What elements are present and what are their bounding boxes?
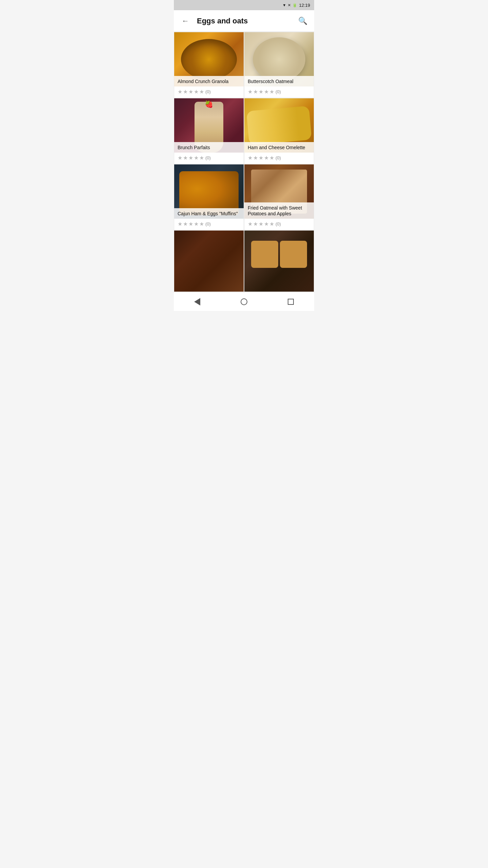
recipe-name: Almond Crunch Granola bbox=[178, 79, 240, 84]
recipe-rating-row: ★ ★ ★ ★ ★ (0) bbox=[174, 219, 244, 230]
recipe-name: Fried Oatmeal with Sweet Potatoes and Ap… bbox=[248, 205, 310, 217]
star-5: ★ bbox=[269, 88, 274, 95]
star-3: ★ bbox=[188, 155, 193, 161]
star-3: ★ bbox=[188, 221, 193, 227]
recipe-image: Ham and Cheese Omelette bbox=[244, 98, 314, 153]
status-time: 12:19 bbox=[299, 3, 310, 8]
recipe-image: Almond Crunch Granola bbox=[174, 32, 244, 86]
bottom-navigation bbox=[174, 292, 314, 311]
star-1: ★ bbox=[178, 155, 182, 161]
star-4: ★ bbox=[264, 88, 269, 95]
wifi-icon: ▼ bbox=[283, 3, 286, 7]
star-rating: ★ ★ ★ ★ ★ bbox=[178, 88, 204, 95]
recipe-rating-row: ★ ★ ★ ★ ★ (0) bbox=[244, 86, 314, 98]
recipe-image bbox=[174, 231, 244, 292]
star-3: ★ bbox=[188, 88, 193, 95]
star-rating: ★ ★ ★ ★ ★ bbox=[248, 88, 274, 95]
recipe-label-overlay: Butterscotch Oatmeal bbox=[244, 76, 314, 86]
recipe-rating-row: ★ ★ ★ ★ ★ (0) bbox=[244, 153, 314, 164]
recipe-label-overlay: Brunch Parfaits bbox=[174, 142, 244, 153]
star-2: ★ bbox=[183, 221, 188, 227]
back-button[interactable]: ← bbox=[179, 15, 191, 27]
recipe-rating-row: ★ ★ ★ ★ ★ (0) bbox=[244, 219, 314, 230]
star-2: ★ bbox=[253, 221, 258, 227]
star-4: ★ bbox=[194, 221, 199, 227]
star-rating: ★ ★ ★ ★ ★ bbox=[178, 155, 204, 161]
recipe-name: Ham and Cheese Omelette bbox=[248, 145, 310, 151]
rating-count: (0) bbox=[276, 155, 281, 160]
star-rating: ★ ★ ★ ★ ★ bbox=[248, 155, 274, 161]
star-1: ★ bbox=[178, 221, 182, 227]
food-photo bbox=[244, 231, 314, 292]
recipe-card-cajun-ham-eggs-muffins[interactable]: Cajun Ham & Eggs "Muffins" ★ ★ ★ ★ ★ (0) bbox=[174, 164, 244, 230]
star-1: ★ bbox=[178, 88, 182, 95]
page-title: Eggs and oats bbox=[197, 17, 297, 25]
status-icons: ▼ ✕ 🔋 12:19 bbox=[283, 3, 310, 8]
nav-back-button[interactable] bbox=[190, 294, 205, 309]
recipe-name: Brunch Parfaits bbox=[178, 145, 240, 151]
recipe-image: Brunch Parfaits bbox=[174, 98, 244, 153]
star-4: ★ bbox=[264, 155, 269, 161]
recipe-label-overlay: Ham and Cheese Omelette bbox=[244, 142, 314, 153]
star-3: ★ bbox=[259, 88, 263, 95]
star-1: ★ bbox=[248, 155, 252, 161]
nav-home-button[interactable] bbox=[237, 294, 251, 309]
recipe-grid: Almond Crunch Granola ★ ★ ★ ★ ★ (0) Butt… bbox=[174, 32, 314, 292]
battery-icon: 🔋 bbox=[292, 3, 297, 7]
star-rating: ★ ★ ★ ★ ★ bbox=[248, 221, 274, 227]
recipe-card-fried-oatmeal[interactable]: Fried Oatmeal with Sweet Potatoes and Ap… bbox=[244, 164, 314, 230]
recipe-card-ham-cheese-omelette[interactable]: Ham and Cheese Omelette ★ ★ ★ ★ ★ (0) bbox=[244, 98, 314, 164]
recipe-image bbox=[244, 231, 314, 292]
nav-recent-button[interactable] bbox=[283, 294, 298, 309]
star-4: ★ bbox=[194, 88, 199, 95]
search-button[interactable]: 🔍 bbox=[297, 15, 309, 27]
recipe-name: Butterscotch Oatmeal bbox=[248, 79, 310, 84]
star-2: ★ bbox=[183, 88, 188, 95]
recipe-image: Butterscotch Oatmeal bbox=[244, 32, 314, 86]
star-5: ★ bbox=[199, 88, 204, 95]
recipe-rating-row: ★ ★ ★ ★ ★ (0) bbox=[174, 153, 244, 164]
star-1: ★ bbox=[248, 88, 252, 95]
star-5: ★ bbox=[269, 221, 274, 227]
recipe-card-brunch-parfaits[interactable]: Brunch Parfaits ★ ★ ★ ★ ★ (0) bbox=[174, 98, 244, 164]
recipe-card-baked-oats[interactable] bbox=[174, 230, 244, 292]
star-5: ★ bbox=[269, 155, 274, 161]
recipe-rating-row: ★ ★ ★ ★ ★ (0) bbox=[174, 86, 244, 98]
recipe-image: Fried Oatmeal with Sweet Potatoes and Ap… bbox=[244, 164, 314, 219]
recipe-image: Cajun Ham & Eggs "Muffins" bbox=[174, 164, 244, 219]
star-2: ★ bbox=[253, 155, 258, 161]
status-bar: ▼ ✕ 🔋 12:19 bbox=[174, 0, 314, 10]
star-3: ★ bbox=[259, 221, 263, 227]
star-4: ★ bbox=[194, 155, 199, 161]
rating-count: (0) bbox=[205, 221, 211, 226]
home-icon bbox=[241, 298, 247, 305]
recipe-card-almond-crunch-granola[interactable]: Almond Crunch Granola ★ ★ ★ ★ ★ (0) bbox=[174, 32, 244, 98]
star-4: ★ bbox=[264, 221, 269, 227]
recent-icon bbox=[288, 299, 294, 305]
star-2: ★ bbox=[253, 88, 258, 95]
rating-count: (0) bbox=[205, 155, 211, 160]
recipe-name: Cajun Ham & Eggs "Muffins" bbox=[178, 211, 240, 217]
recipe-label-overlay: Almond Crunch Granola bbox=[174, 76, 244, 86]
back-icon bbox=[194, 298, 200, 305]
star-5: ★ bbox=[199, 221, 204, 227]
signal-icon: ✕ bbox=[288, 3, 291, 7]
star-3: ★ bbox=[259, 155, 263, 161]
star-2: ★ bbox=[183, 155, 188, 161]
recipe-card-egg-toast[interactable] bbox=[244, 230, 314, 292]
recipe-label-overlay: Cajun Ham & Eggs "Muffins" bbox=[174, 208, 244, 219]
recipe-label-overlay: Fried Oatmeal with Sweet Potatoes and Ap… bbox=[244, 202, 314, 219]
rating-count: (0) bbox=[276, 221, 281, 226]
rating-count: (0) bbox=[205, 89, 211, 94]
star-5: ★ bbox=[199, 155, 204, 161]
header: ← Eggs and oats 🔍 bbox=[174, 10, 314, 32]
rating-count: (0) bbox=[276, 89, 281, 94]
star-1: ★ bbox=[248, 221, 252, 227]
star-rating: ★ ★ ★ ★ ★ bbox=[178, 221, 204, 227]
recipe-card-butterscotch-oatmeal[interactable]: Butterscotch Oatmeal ★ ★ ★ ★ ★ (0) bbox=[244, 32, 314, 98]
food-photo bbox=[174, 231, 244, 292]
